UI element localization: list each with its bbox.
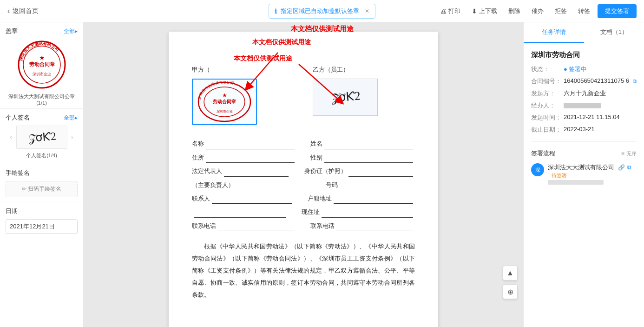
stamp-circle-container: 劳动合同章 深圳法大大测试有限公司 ★ 深圳市企业	[16, 39, 67, 90]
operator-redacted	[564, 103, 601, 108]
datetime-value: 2021-12-21 11.15.04	[564, 113, 637, 122]
form-label-name: 名称	[192, 138, 204, 149]
form-row-4: （主要负责人） 号码	[192, 180, 415, 190]
stamp-section-title: 盖章	[6, 27, 18, 35]
scroll-target-button[interactable]: ⊕	[503, 284, 518, 299]
form-line-name	[206, 140, 295, 149]
svg-text:深圳法大大测试有限公司: 深圳法大大测试有限公司	[197, 81, 234, 100]
form-line-hometown	[334, 194, 414, 204]
tab-task-details[interactable]: 任务详情	[524, 22, 584, 43]
task-details-content: 深圳市劳动合同 状态： ● 签署中 合同编号： 1640056504213110…	[524, 43, 644, 193]
flow-copy-icon[interactable]: ⧉	[627, 164, 631, 171]
form-label-gender: 性别	[310, 152, 322, 163]
form-label-address: 住所	[192, 152, 204, 163]
handwrite-btn-label: ✏ 扫码手绘签名	[22, 185, 61, 193]
form-row-1: 名称 姓名	[192, 138, 415, 149]
form-row-5: 联系人 户籍地址	[192, 193, 415, 204]
delete-button[interactable]: 删除	[505, 5, 524, 17]
main-content: 盖章 全部▸ 劳动合同章	[0, 22, 644, 327]
handwrite-section: 手绘签名 ✏ 扫码手绘签名	[0, 164, 83, 202]
download-button[interactable]: ⬇ 上下载	[468, 5, 501, 17]
deadline-row: 截止日期： 2022-03-21	[531, 126, 637, 134]
notification-text: 指定区域已自动加盖默认签章	[281, 7, 359, 15]
flow-sub-text	[548, 180, 637, 186]
print-button[interactable]: 🖨 打印	[436, 5, 464, 17]
form-line-empty	[194, 208, 286, 218]
form-label-id-num: 号码	[326, 180, 338, 190]
stamp-all-button[interactable]: 全部▸	[64, 27, 78, 35]
back-arrow-icon: ‹	[7, 7, 10, 15]
employee-sig-handwriting: 𝒵ơƘ2	[329, 85, 361, 109]
sig-image-container: 𝒵ơƘ2	[16, 126, 67, 149]
scroll-buttons: ▲ ⊕	[503, 266, 518, 299]
right-panel: 任务详情 文档（1） 深圳市劳动合同 状态： ● 签署中 合同编号： 16400…	[523, 22, 644, 327]
operator-value	[564, 101, 637, 110]
annotation-top: 本文档仅供测试用途	[291, 22, 354, 35]
flow-info: 深圳法大大测试有限公司 🔗 ⧉ 待签署	[548, 163, 637, 186]
deadline-value: 2022-03-21	[564, 126, 637, 134]
status-value: ● 签署中	[564, 65, 637, 73]
party-b-sig-box[interactable]: 𝒵ơƘ2	[313, 79, 378, 116]
toolbar-actions: 🖨 打印 ⬇ 上下载 删除 催办 拒签 转签 提交签署	[436, 4, 637, 18]
handwrite-scan-button[interactable]: ✏ 扫码手绘签名	[6, 181, 78, 197]
form-label-tel1: 联系电话	[192, 220, 216, 231]
tab-documents[interactable]: 文档（1）	[584, 22, 644, 43]
svg-text:深圳市企业: 深圳市企业	[33, 72, 51, 76]
scroll-up-button[interactable]: ▲	[503, 266, 518, 280]
form-section: 名称 姓名 住所 性别	[192, 138, 415, 231]
signing-flow-title: 签署流程	[531, 149, 555, 158]
date-title: 日期	[6, 207, 78, 215]
contract-no-copy-icon[interactable]: ⧉	[633, 78, 637, 84]
form-line-tel1	[218, 222, 295, 231]
doc-sig-area: 甲方（ 劳动合同章 ★ 深圳法大大测	[192, 64, 415, 129]
svg-text:★: ★	[39, 54, 45, 61]
form-label-fullname: 姓名	[310, 138, 322, 149]
submit-button[interactable]: 提交签署	[598, 4, 637, 18]
sig-next-button[interactable]: ›	[69, 131, 75, 143]
form-line-principal	[236, 181, 310, 190]
personal-sig-header: 个人签名 全部▸	[6, 113, 78, 122]
flow-link-icon[interactable]: 🔗	[618, 164, 625, 171]
signing-flow-header: 签署流程 ✕ 无序	[531, 149, 637, 158]
flow-status-tag: 待签署	[552, 173, 567, 178]
form-row-3: 法定代表人 身份证（护照）	[192, 166, 415, 176]
transfer-button[interactable]: 转签	[574, 5, 594, 17]
form-label-current-addr: 现住址	[302, 207, 320, 217]
party-a-stamp-svg: 劳动合同章 ★ 深圳法大大测试有限公司 深圳市企业	[197, 81, 252, 123]
stamp-item[interactable]: 劳动合同章 深圳法大大测试有限公司 ★ 深圳市企业 深圳法大大测	[6, 39, 78, 106]
remind-button[interactable]: 催办	[528, 5, 547, 17]
back-home-label: 返回首页	[13, 7, 39, 15]
form-line-tel2	[336, 222, 413, 231]
sig-carousel: ‹ 𝒵ơƘ2 ›	[6, 126, 78, 149]
doc-body-text: 根据《中华人民共和国劳动法》（以下简称《劳动法》）、《中华人民共和国劳动合同法》…	[192, 240, 415, 301]
reject-button[interactable]: 拒签	[551, 5, 571, 17]
form-line-legal-rep	[224, 167, 289, 177]
status-row: 状态： ● 签署中	[531, 65, 637, 73]
notification-close-button[interactable]: ✕	[365, 8, 369, 14]
form-line-id-num	[340, 181, 414, 190]
contract-no-key: 合同编号：	[531, 77, 564, 86]
contract-title: 深圳市劳动合同	[531, 51, 637, 60]
date-value: 2021年12月21日	[6, 219, 78, 234]
stamp-section: 盖章 全部▸ 劳动合同章	[0, 22, 83, 108]
sender-key: 发起方：	[531, 89, 564, 98]
svg-text:劳动合同章: 劳动合同章	[29, 61, 54, 67]
personal-sig-label: 个人签名(1/4)	[26, 153, 57, 158]
datetime-row: 发起时间： 2021-12-21 11.15.04	[531, 113, 637, 122]
sender-value: 六月十九新企业	[564, 89, 637, 98]
back-home-button[interactable]: ‹ 返回首页	[7, 7, 39, 15]
datetime-key: 发起时间：	[531, 113, 564, 122]
signing-flow-tag: ✕ 无序	[621, 150, 637, 157]
sig-prev-button[interactable]: ‹	[8, 131, 14, 143]
status-key: 状态：	[531, 65, 564, 73]
signing-flow-section: 签署流程 ✕ 无序 深 深圳法大大测试有限公司 🔗 ⧉ 待签署	[531, 141, 637, 186]
form-line-address	[206, 153, 295, 163]
form-label-tel2: 联系电话	[310, 220, 335, 231]
handwrite-title: 手绘签名	[6, 169, 78, 177]
flow-item-company: 深 深圳法大大测试有限公司 🔗 ⧉ 待签署	[531, 163, 637, 186]
doc-content: 甲方（ 劳动合同章 ★ 深圳法大大测	[192, 64, 415, 301]
personal-sig-all-button[interactable]: 全部▸	[64, 114, 78, 122]
party-a-sig-box[interactable]: 劳动合同章 ★ 深圳法大大测试有限公司 深圳市企业	[192, 79, 257, 125]
operator-key: 经办人：	[531, 101, 564, 110]
contract-no-row: 合同编号： 164005650421311075 6 ⧉	[531, 77, 637, 86]
